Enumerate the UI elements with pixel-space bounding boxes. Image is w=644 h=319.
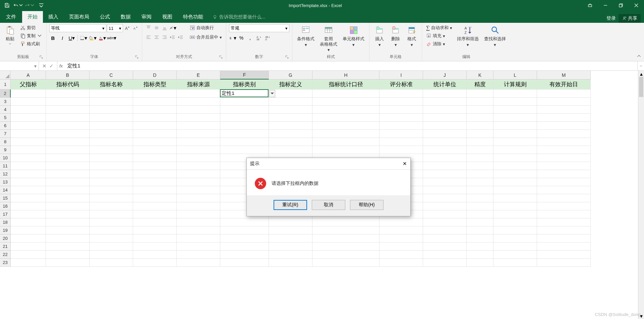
- orientation-icon[interactable]: ab▾: [169, 24, 176, 32]
- cell-B23[interactable]: [46, 259, 90, 267]
- cell-M14[interactable]: [537, 186, 591, 194]
- cell-G22[interactable]: [269, 251, 312, 259]
- italic-icon[interactable]: I: [59, 34, 66, 42]
- formula-input[interactable]: [65, 61, 637, 70]
- column-header-K[interactable]: K: [467, 71, 493, 79]
- row-header-8[interactable]: 8: [0, 138, 11, 146]
- paste-button[interactable]: 粘贴: [3, 24, 17, 46]
- cell-K3[interactable]: [467, 98, 493, 106]
- percent-icon[interactable]: %: [238, 34, 245, 42]
- cell-J6[interactable]: [423, 122, 467, 130]
- copy-button[interactable]: 复制: [19, 32, 44, 40]
- cell-D8[interactable]: [133, 138, 177, 146]
- cell-B15[interactable]: [46, 194, 90, 202]
- cell-L1[interactable]: 计算规则: [493, 79, 537, 90]
- cell-K17[interactable]: [467, 210, 493, 218]
- cell-E11[interactable]: [177, 162, 220, 170]
- cell-H19[interactable]: [312, 226, 379, 234]
- tab-data[interactable]: 数据: [115, 11, 136, 23]
- redo-icon[interactable]: [25, 1, 35, 10]
- accounting-icon[interactable]: $▾: [229, 34, 236, 42]
- row-header-17[interactable]: 17: [0, 210, 11, 218]
- cell-C19[interactable]: [90, 226, 133, 234]
- cell-F21[interactable]: [220, 243, 269, 251]
- cell-J1[interactable]: 统计单位: [423, 79, 467, 90]
- cell-K22[interactable]: [467, 251, 493, 259]
- cell-A23[interactable]: [11, 259, 46, 267]
- indent-decrease-icon[interactable]: [169, 34, 176, 41]
- cell-E1[interactable]: 指标来源: [177, 79, 220, 90]
- tab-insert[interactable]: 插入: [43, 11, 64, 23]
- cell-L20[interactable]: [493, 234, 537, 243]
- tab-formulas[interactable]: 公式: [95, 11, 115, 23]
- cell-M12[interactable]: [537, 170, 591, 178]
- dialog-launcher-icon[interactable]: [134, 55, 139, 60]
- cell-K2[interactable]: [467, 90, 493, 98]
- row-header-1[interactable]: 1: [0, 79, 11, 90]
- cell-I7[interactable]: [379, 130, 423, 138]
- cell-E6[interactable]: [177, 122, 220, 130]
- cell-M1[interactable]: 有效开始日: [537, 79, 591, 90]
- cell-D22[interactable]: [133, 251, 177, 259]
- cell-L11[interactable]: [493, 162, 537, 170]
- border-icon[interactable]: ▾: [80, 34, 87, 42]
- bold-icon[interactable]: B: [49, 34, 57, 42]
- cell-K9[interactable]: [467, 146, 493, 154]
- cell-F3[interactable]: [220, 98, 269, 106]
- scroll-thumb[interactable]: [639, 77, 643, 97]
- cell-B6[interactable]: [46, 122, 90, 130]
- column-header-A[interactable]: A: [11, 71, 46, 79]
- increase-decimal-icon[interactable]: .0.00: [255, 34, 262, 42]
- decrease-decimal-icon[interactable]: .00.0: [264, 34, 271, 42]
- row-header-6[interactable]: 6: [0, 122, 11, 130]
- cell-M9[interactable]: [537, 146, 591, 154]
- cell-I18[interactable]: [379, 218, 423, 226]
- cell-B21[interactable]: [46, 243, 90, 251]
- sort-filter-button[interactable]: AZ排序和筛选▾: [455, 24, 481, 48]
- cell-D17[interactable]: [133, 210, 177, 218]
- cell-B11[interactable]: [46, 162, 90, 170]
- cell-H1[interactable]: 指标统计口径: [312, 79, 379, 90]
- find-select-button[interactable]: 查找和选择▾: [482, 24, 508, 48]
- cell-B14[interactable]: [46, 186, 90, 194]
- wrap-text-button[interactable]: 自动换行: [188, 24, 223, 32]
- cell-I21[interactable]: [379, 243, 423, 251]
- cell-A8[interactable]: [11, 138, 46, 146]
- cell-E17[interactable]: [177, 210, 220, 218]
- column-header-I[interactable]: I: [379, 71, 423, 79]
- cell-K21[interactable]: [467, 243, 493, 251]
- data-validation-dropdown-icon[interactable]: [269, 90, 275, 97]
- align-bottom-icon[interactable]: [161, 24, 168, 32]
- cell-D3[interactable]: [133, 98, 177, 106]
- cell-J9[interactable]: [423, 146, 467, 154]
- align-center-icon[interactable]: [153, 34, 160, 41]
- restore-icon[interactable]: [613, 0, 629, 11]
- cell-H23[interactable]: [312, 259, 379, 267]
- cell-B13[interactable]: [46, 178, 90, 186]
- column-header-C[interactable]: C: [90, 71, 133, 79]
- cell-K19[interactable]: [467, 226, 493, 234]
- cell-J2[interactable]: [423, 90, 467, 98]
- cell-K18[interactable]: [467, 218, 493, 226]
- number-format-combo[interactable]: 常规▾: [229, 24, 289, 32]
- cell-C4[interactable]: [90, 106, 133, 114]
- row-header-13[interactable]: 13: [0, 178, 11, 186]
- cell-D12[interactable]: [133, 170, 177, 178]
- cell-J15[interactable]: [423, 194, 467, 202]
- cell-D11[interactable]: [133, 162, 177, 170]
- cell-C22[interactable]: [90, 251, 133, 259]
- cell-A5[interactable]: [11, 114, 46, 122]
- cell-C20[interactable]: [90, 234, 133, 243]
- format-painter-button[interactable]: 格式刷: [19, 40, 44, 48]
- fill-color-icon[interactable]: ▾: [89, 34, 97, 42]
- cell-L12[interactable]: [493, 170, 537, 178]
- cell-D18[interactable]: [133, 218, 177, 226]
- tab-view[interactable]: 视图: [157, 11, 178, 23]
- row-header-2[interactable]: 2: [0, 90, 11, 98]
- row-header-14[interactable]: 14: [0, 186, 11, 194]
- cell-K23[interactable]: [467, 259, 493, 267]
- save-icon[interactable]: [2, 1, 12, 10]
- cell-L18[interactable]: [493, 218, 537, 226]
- cell-C10[interactable]: [90, 154, 133, 162]
- clear-button[interactable]: 清除▾: [425, 40, 454, 48]
